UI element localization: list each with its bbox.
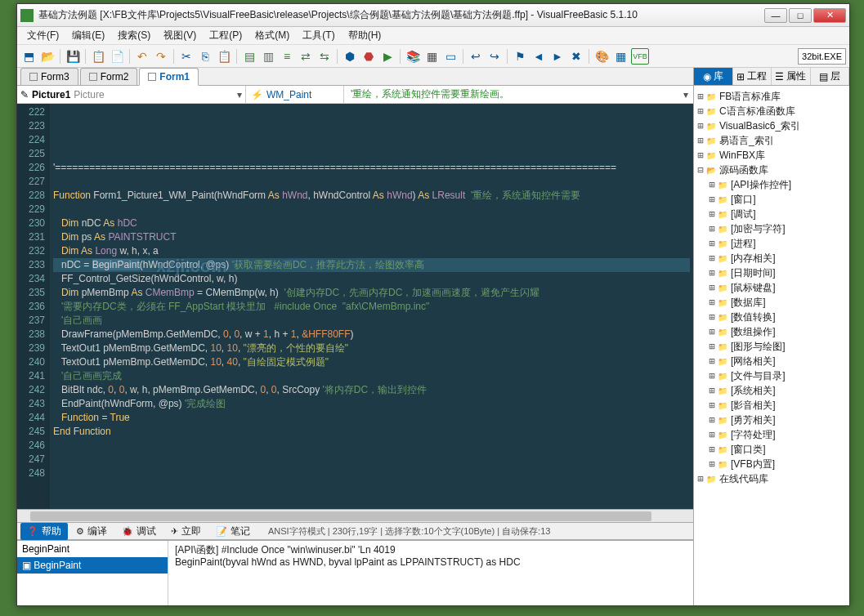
tree-node[interactable]: ⊞📁[API操作控件] [696,177,848,192]
indent-button[interactable]: ▤ [241,48,257,65]
redo-button[interactable]: ↷ [153,48,169,65]
expander-icon[interactable]: ⊞ [707,326,717,337]
tree-node[interactable]: ⊞📁[系统相关] [696,383,848,398]
undo-button[interactable]: ↶ [134,48,150,65]
paste-button[interactable]: 📄 [109,48,125,65]
tree-node[interactable]: ⊞📁[勇芳相关] [696,413,848,427]
copy-button[interactable]: 📋 [90,48,106,65]
menu-item[interactable]: 工程(P) [203,27,248,44]
tree-node[interactable]: ⊞📁C语言标准函数库 [696,104,848,118]
flag-next-button[interactable]: ► [549,48,566,65]
tree-node[interactable]: ⊞📁[内存相关] [696,251,848,266]
menu-item[interactable]: 视图(V) [157,27,203,44]
palette-button[interactable]: 🎨 [593,48,610,65]
expander-icon[interactable]: ⊞ [707,311,717,323]
titlebar[interactable]: 基础方法例题 [X:\FB文件库\Projects5\VisualFreeBas… [17,4,849,27]
tree-node[interactable]: ⊞📁[影音相关] [696,398,848,413]
document-tab[interactable]: Form2 [80,68,138,85]
expander-icon[interactable]: ⊞ [707,252,717,264]
open-button[interactable]: 📂 [39,48,56,65]
expander-icon[interactable]: ⊞ [707,385,717,396]
tree-node[interactable]: ⊞📁[数据库] [696,295,848,310]
stop-button[interactable]: ⬣ [360,48,377,65]
tree-node[interactable]: ⊞📁[加密与字符] [696,221,848,236]
help-list-item[interactable]: ▣ BeginPaint [17,557,168,574]
side-tab[interactable]: ⊞工程 [733,68,772,85]
paste2-button[interactable]: 📋 [216,48,232,65]
expander-icon[interactable]: ⊞ [707,282,717,293]
expander-icon[interactable]: ⊞ [707,400,717,411]
module-button[interactable]: ▦ [423,48,440,65]
expander-icon[interactable]: ⊞ [707,179,717,190]
cut-button[interactable]: ✂ [178,48,195,65]
code-editor[interactable]: 2222232242252262272282292302312322332342… [17,104,693,509]
menu-item[interactable]: 帮助(H) [342,27,388,44]
expander-icon[interactable]: ⊞ [707,223,717,234]
expander-icon[interactable]: ⊞ [696,135,705,146]
expander-icon[interactable]: ⊞ [707,238,717,249]
expander-icon[interactable]: ⊞ [707,297,717,308]
object-selector[interactable]: ✎ Picture1 Picture ▾ [17,86,246,103]
comment-button[interactable]: ⇄ [298,48,314,65]
tree-node[interactable]: ⊞📁[字符处理] [696,427,848,442]
minimize-button[interactable]: — [764,8,787,23]
expander-icon[interactable]: ⊞ [707,355,717,367]
tree-node[interactable]: ⊞📁[网络相关] [696,354,848,368]
expander-icon[interactable]: ⊟ [696,164,705,176]
maximize-button[interactable]: □ [789,8,812,23]
outdent-button[interactable]: ▥ [260,48,276,65]
bottom-tab[interactable]: 🐞调试 [115,523,163,540]
book-button[interactable]: 📚 [405,48,421,65]
help-list[interactable]: BeginPaint▣ BeginPaint [17,541,168,605]
bottom-tab[interactable]: 📝笔记 [209,523,257,540]
tree-node[interactable]: ⊞📁易语言_索引 [696,133,848,148]
tree-node[interactable]: ⊞📁[文件与目录] [696,368,848,383]
menu-item[interactable]: 编辑(E) [65,27,111,44]
save-button[interactable]: 💾 [65,48,81,65]
expander-icon[interactable]: ⊞ [707,444,717,455]
uncomment-button[interactable]: ⇆ [316,48,333,65]
expander-icon[interactable]: ⊞ [696,473,705,484]
code-area[interactable]: xzji.com '==============================… [50,104,693,509]
tree-node[interactable]: ⊞📁[数值转换] [696,310,848,324]
flag-prev-button[interactable]: ◄ [530,48,547,65]
menu-item[interactable]: 格式(M) [248,27,296,44]
vfb-button[interactable]: VFB [631,48,649,65]
target-combo[interactable]: 32bit.EXE [798,48,846,65]
expander-icon[interactable]: ⊞ [707,429,717,440]
menu-item[interactable]: 搜索(S) [111,27,157,44]
chevron-down-icon[interactable]: ▾ [678,89,693,100]
bottom-tab[interactable]: ❓帮助 [20,523,68,540]
expander-icon[interactable]: ⊞ [707,208,717,220]
tree-node[interactable]: ⊞📁VisualBasic6_索引 [696,118,848,133]
window-button[interactable]: ▭ [442,48,459,65]
tree-node[interactable]: ⊟📂源码函数库 [696,163,848,177]
expander-icon[interactable]: ⊞ [707,370,717,382]
tree-node[interactable]: ⊞📁[图形与绘图] [696,339,848,354]
document-tab[interactable]: Form3 [20,68,78,85]
expander-icon[interactable]: ⊞ [707,267,717,279]
side-tab[interactable]: ☰属性 [772,68,811,85]
tree-node[interactable]: ⊞📁WinFBX库 [696,148,848,163]
expander-icon[interactable]: ⊞ [707,458,717,470]
chevron-down-icon[interactable]: ▾ [237,89,242,100]
expander-icon[interactable]: ⊞ [707,341,717,352]
help-list-item[interactable]: BeginPaint [17,541,168,557]
next-button[interactable]: ↪ [486,48,503,65]
tree-node[interactable]: ⊞📁[窗口] [696,192,848,207]
format-button[interactable]: ≡ [279,48,295,65]
expander-icon[interactable]: ⊞ [707,194,717,205]
expander-icon[interactable]: ⊞ [696,150,705,161]
tree-node[interactable]: ⊞📁FB语言标准库 [696,89,848,104]
bottom-tab[interactable]: ⚙编译 [69,523,114,540]
flag-button[interactable]: ⚑ [512,48,528,65]
tree-node[interactable]: ⊞📁[VFB内置] [696,457,848,471]
bottom-tab[interactable]: ✈立即 [164,523,208,540]
document-tab[interactable]: Form1 [139,68,199,86]
run-button[interactable]: ▶ [379,48,396,65]
tree-node[interactable]: ⊞📁[日期时间] [696,266,848,280]
tree-node[interactable]: ⊞📁在线代码库 [696,471,848,486]
close-button[interactable]: ✕ [813,8,846,23]
expander-icon[interactable]: ⊞ [696,91,705,102]
tree-node[interactable]: ⊞📁[窗口类] [696,442,848,457]
